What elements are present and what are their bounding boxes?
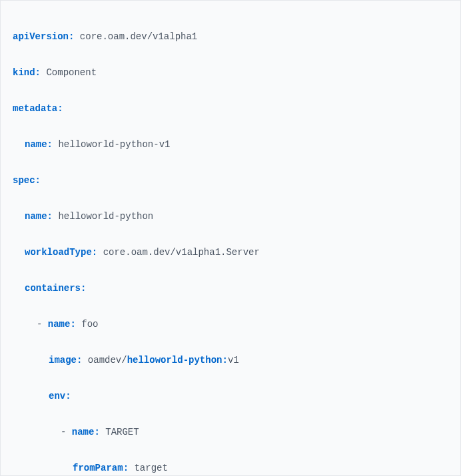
line-metadata-name: name: helloworld-python-v1 <box>25 136 448 154</box>
val-c0-image-bold: helloworld-python: <box>127 355 228 365</box>
val-env0-fromParam: target <box>134 463 167 473</box>
line-spec: spec: <box>13 172 448 190</box>
line-apiVersion: apiVersion: core.oam.dev/v1alpha1 <box>13 28 448 46</box>
line-kind: kind: Component <box>13 64 448 82</box>
line-metadata: metadata: <box>13 100 448 118</box>
line-container0-name: - name: foo <box>37 316 448 334</box>
line-container0-image: image: oamdev/helloworld-python:v1 <box>49 352 448 369</box>
line-env0-name: - name: TARGET <box>61 423 448 441</box>
val-workloadType: core.oam.dev/v1alpha1.Server <box>103 247 260 258</box>
key-spec-name: name <box>25 211 47 222</box>
key-c0-env: env <box>49 391 65 401</box>
line-container0-env: env: <box>49 387 448 405</box>
val-env0-name: TARGET <box>105 427 139 437</box>
key-env0-name: name <box>72 427 95 437</box>
key-apiVersion: apiVersion <box>13 31 69 42</box>
key-kind: kind <box>13 67 35 78</box>
key-spec: spec <box>13 175 35 186</box>
key-metadata-name: name <box>25 139 47 150</box>
val-metadata-name: helloworld-python-v1 <box>58 139 170 150</box>
key-containers: containers <box>25 283 81 294</box>
val-c0-name: foo <box>81 319 98 330</box>
line-containers: containers: <box>25 280 448 298</box>
val-kind: Component <box>46 67 97 78</box>
val-c0-image-suffix: v1 <box>228 355 239 365</box>
line-spec-name: name: helloworld-python <box>25 208 448 226</box>
line-env0-fromParam: fromParam: target <box>73 459 448 476</box>
val-spec-name: helloworld-python <box>58 211 153 222</box>
key-c0-name: name <box>48 319 71 330</box>
val-apiVersion: core.oam.dev/v1alpha1 <box>80 31 197 42</box>
key-metadata: metadata <box>13 103 57 114</box>
line-workloadType: workloadType: core.oam.dev/v1alpha1.Serv… <box>25 244 448 262</box>
key-c0-image: image <box>49 355 77 365</box>
key-workloadType: workloadType <box>25 247 92 258</box>
key-env0-fromParam: fromParam <box>73 463 123 473</box>
yaml-code-block: apiVersion: core.oam.dev/v1alpha1 kind: … <box>0 0 461 476</box>
val-c0-image-prefix: oamdev/ <box>88 355 127 365</box>
